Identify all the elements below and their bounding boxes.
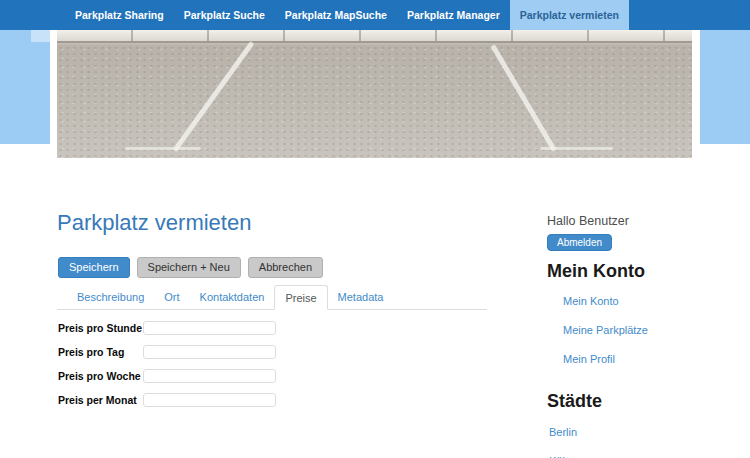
list-item: Berlin: [549, 422, 732, 440]
link-meine-parkplaetze[interactable]: Meine Parkplätze: [563, 324, 648, 336]
price-per-month-label: Preis per Monat: [58, 394, 143, 406]
list-item: Meine Parkplätze: [563, 320, 732, 338]
form-toolbar: Speichern Speichern + Neu Abbrechen: [58, 257, 323, 278]
tab-beschreibung[interactable]: Beschreibung: [67, 285, 154, 310]
cities-section-heading: Städte: [547, 392, 732, 410]
account-section-heading: Mein Konto: [547, 262, 732, 280]
price-per-hour-input[interactable]: [143, 321, 276, 335]
city-links: Berlin Köln Hamburg: [547, 422, 732, 458]
link-mein-profil[interactable]: Mein Profil: [563, 353, 615, 365]
top-navbar: Parkplatz Sharing Parkplatz Suche Parkpl…: [0, 0, 750, 30]
link-mein-konto[interactable]: Mein Konto: [563, 295, 619, 307]
left-decorative-panel-highlight: [31, 30, 50, 42]
list-item: Mein Konto: [563, 291, 732, 309]
user-greeting: Hallo Benutzer: [547, 215, 732, 228]
form-row-price-per-week: Preis pro Woche: [58, 369, 276, 383]
hero-parking-photo: [57, 30, 692, 158]
form-row-price-per-hour: Preis pro Stunde: [58, 321, 276, 335]
account-links: Mein Konto Meine Parkplätze Mein Profil: [547, 291, 732, 367]
tab-ort[interactable]: Ort: [154, 285, 189, 310]
price-form: Preis pro Stunde Preis pro Tag Preis pro…: [58, 321, 276, 417]
page-title: Parkplatz vermieten: [57, 210, 251, 236]
right-sidebar: Hallo Benutzer Abmelden Mein Konto Mein …: [547, 215, 732, 458]
price-per-day-label: Preis pro Tag: [58, 346, 143, 358]
tab-metadata[interactable]: Metadata: [328, 285, 394, 310]
photo-asphalt: [57, 45, 692, 158]
form-row-price-per-day: Preis pro Tag: [58, 345, 276, 359]
nav-item-parkplatz-vermieten[interactable]: Parkplatz vermieten: [510, 0, 629, 30]
left-decorative-panel: [0, 30, 50, 144]
photo-concrete-curb: [57, 30, 692, 43]
nav-item-parkplatz-manager[interactable]: Parkplatz Manager: [397, 0, 510, 30]
photo-parking-line-right-base: [540, 147, 613, 150]
price-per-month-input[interactable]: [143, 393, 276, 407]
nav-item-parkplatz-sharing[interactable]: Parkplatz Sharing: [65, 0, 174, 30]
tab-preise[interactable]: Preise: [274, 285, 327, 310]
nav-item-parkplatz-suche[interactable]: Parkplatz Suche: [174, 0, 275, 30]
cancel-button[interactable]: Abbrechen: [248, 257, 323, 278]
price-per-hour-label: Preis pro Stunde: [58, 322, 143, 334]
form-tabs: Beschreibung Ort Kontaktdaten Preise Met…: [57, 285, 487, 310]
save-button[interactable]: Speichern: [58, 257, 130, 278]
list-item: Mein Profil: [563, 349, 732, 367]
price-per-week-label: Preis pro Woche: [58, 370, 143, 382]
tab-kontaktdaten[interactable]: Kontaktdaten: [190, 285, 275, 310]
nav-item-parkplatz-mapsuche[interactable]: Parkplatz MapSuche: [275, 0, 397, 30]
nav-list: Parkplatz Sharing Parkplatz Suche Parkpl…: [0, 0, 750, 30]
right-decorative-panel: [700, 30, 750, 144]
price-per-day-input[interactable]: [143, 345, 276, 359]
form-row-price-per-month: Preis per Monat: [58, 393, 276, 407]
link-berlin[interactable]: Berlin: [549, 426, 577, 438]
tab-list: Beschreibung Ort Kontaktdaten Preise Met…: [57, 285, 487, 310]
price-per-week-input[interactable]: [143, 369, 276, 383]
logout-button[interactable]: Abmelden: [547, 234, 612, 251]
save-new-button[interactable]: Speichern + Neu: [137, 257, 241, 278]
photo-parking-line-left-base: [125, 147, 201, 150]
list-item: Köln: [549, 451, 732, 458]
